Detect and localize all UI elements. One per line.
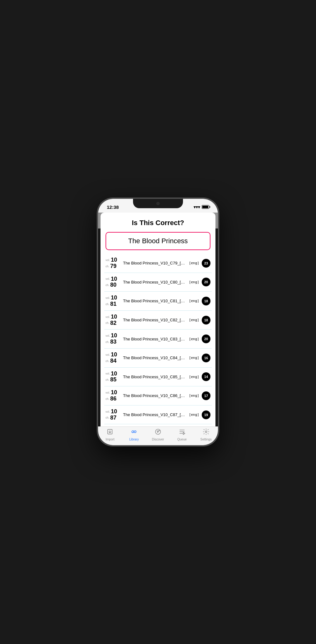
tab-bar: Import Library Discover Queue <box>98 426 218 445</box>
chapter-row[interactable]: vol. 10 ch. 84 The Blood Princess_V10_C8… <box>104 349 212 368</box>
ch-label: ch. <box>106 340 109 344</box>
tab-discover[interactable]: Discover <box>146 428 170 441</box>
vol-num: 10 <box>111 257 117 263</box>
battery-icon <box>202 205 209 209</box>
ch-label: ch. <box>106 378 109 381</box>
vol-label: vol. <box>106 353 110 356</box>
chapter-row[interactable]: vol. 10 ch. 85 The Blood Princess_V10_C8… <box>104 368 212 387</box>
chapter-filename: The Blood Princess_V10_C82_[Unknown]_I..… <box>123 318 186 322</box>
queue-tab-label: Queue <box>177 438 187 441</box>
notch <box>133 199 183 208</box>
lang-badge: [eng] <box>189 337 199 341</box>
vol-label: vol. <box>106 391 110 394</box>
ch-num: 80 <box>110 282 116 288</box>
chapter-filename: The Blood Princess_V10_C87_[Unknown]_I..… <box>123 412 186 417</box>
ch-num: 86 <box>110 396 116 402</box>
vol-label: vol. <box>106 296 110 299</box>
page-count-badge: 18 <box>202 316 210 325</box>
ch-label: ch. <box>106 284 109 287</box>
library-tab-icon <box>131 428 137 437</box>
vol-ch-info: vol. 10 ch. 79 <box>106 257 122 269</box>
chapter-row[interactable]: vol. 10 ch. 86 The Blood Princess_V10_C8… <box>104 386 212 405</box>
lang-badge: [eng] <box>189 280 199 284</box>
page-count-badge: 16 <box>202 354 210 362</box>
page-count-badge: 20 <box>202 278 210 286</box>
ch-label: ch. <box>106 360 109 363</box>
tab-settings[interactable]: Settings <box>194 428 218 441</box>
svg-point-3 <box>132 431 134 433</box>
vol-ch-info: vol. 10 ch. 82 <box>106 314 122 326</box>
ch-num: 79 <box>110 263 116 269</box>
ch-label: ch. <box>106 397 109 400</box>
vol-ch-info: vol. 10 ch. 87 <box>106 409 122 421</box>
lang-badge: [eng] <box>189 261 199 265</box>
status-time: 12:38 <box>107 204 119 210</box>
page-count-badge: 19 <box>202 410 210 419</box>
status-icons: ▾▾▾ <box>194 205 209 209</box>
vol-num: 10 <box>111 314 117 320</box>
phone-screen: 12:38 ▾▾▾ A Library <box>98 199 218 445</box>
vol-num: 10 <box>111 333 117 339</box>
tab-queue[interactable]: Queue <box>170 428 194 441</box>
vol-ch-info: vol. 10 ch. 85 <box>106 371 122 383</box>
chapter-row[interactable]: vol. 10 ch. 82 The Blood Princess_V10_C8… <box>104 311 212 330</box>
import-tab-icon <box>106 428 113 437</box>
modal-background: Is This Correct? The Blood Princess vol.… <box>98 213 218 426</box>
chapter-filename: The Blood Princess_V10_C86_[Unknown]_I..… <box>123 393 186 398</box>
settings-tab-icon <box>203 428 210 437</box>
tab-import[interactable]: Import <box>98 428 122 441</box>
chapter-list: vol. 10 ch. 79 The Blood Princess_V10_C7… <box>101 254 215 424</box>
page-count-badge: 14 <box>202 372 210 381</box>
lang-badge: [eng] <box>189 413 199 417</box>
vol-ch-info: vol. 10 ch. 83 <box>106 333 122 345</box>
ch-num: 82 <box>110 320 116 326</box>
library-tab-label: Library <box>129 438 139 441</box>
vol-num: 10 <box>111 276 117 282</box>
chapter-filename: The Blood Princess_V10_C83_[Unknown]_I..… <box>123 337 186 341</box>
chapter-row[interactable]: vol. 10 ch. 80 The Blood Princess_V10_C8… <box>104 273 212 292</box>
screen-content: Is This Correct? The Blood Princess vol.… <box>98 213 218 426</box>
chapter-row[interactable]: vol. 10 ch. 81 The Blood Princess_V10_C8… <box>104 292 212 311</box>
ch-label: ch. <box>106 265 109 268</box>
phone-frame: 12:38 ▾▾▾ A Library <box>97 198 219 446</box>
chapter-filename: The Blood Princess_V10_C81_[Unknown]_I..… <box>123 299 186 303</box>
tab-library[interactable]: Library <box>122 428 146 441</box>
vol-label: vol. <box>106 372 110 375</box>
ch-label: ch. <box>106 303 109 306</box>
series-name-box[interactable]: The Blood Princess <box>106 232 210 250</box>
vol-ch-info: vol. 10 ch. 84 <box>106 352 122 364</box>
ch-num: 83 <box>110 339 116 345</box>
svg-marker-5 <box>183 432 185 435</box>
chapter-filename: The Blood Princess_V10_C79_[Unknown]_I..… <box>123 261 186 265</box>
vol-ch-info: vol. 10 ch. 86 <box>106 390 122 402</box>
chapter-row[interactable]: vol. 10 ch. 79 The Blood Princess_V10_C7… <box>104 254 212 273</box>
vol-num: 10 <box>111 409 117 415</box>
ch-num: 87 <box>110 415 116 421</box>
discover-tab-icon <box>155 428 161 437</box>
series-name-text: The Blood Princess <box>128 237 188 245</box>
vol-label: vol. <box>106 410 110 413</box>
import-tab-label: Import <box>106 438 114 441</box>
vol-num: 10 <box>111 352 117 358</box>
vol-label: vol. <box>106 277 110 280</box>
chapter-filename: The Blood Princess_V10_C85_[Unknown]_I..… <box>123 375 186 379</box>
lang-badge: [eng] <box>189 318 199 322</box>
svg-point-6 <box>205 431 207 433</box>
page-count-badge: 20 <box>202 335 210 343</box>
chapter-row[interactable]: vol. 10 ch. 83 The Blood Princess_V10_C8… <box>104 330 212 349</box>
vol-ch-info: vol. 10 ch. 81 <box>106 295 122 307</box>
ch-num: 84 <box>110 358 116 364</box>
vol-num: 10 <box>111 295 117 301</box>
lang-badge: [eng] <box>189 394 199 398</box>
vol-label: vol. <box>106 259 110 262</box>
chapter-row[interactable]: vol. 10 ch. 87 The Blood Princess_V10_C8… <box>104 405 212 425</box>
vol-ch-info: vol. 10 ch. 80 <box>106 276 122 289</box>
queue-tab-icon <box>179 428 185 437</box>
page-count-badge: 18 <box>202 297 210 305</box>
discover-tab-label: Discover <box>152 438 164 441</box>
chapter-filename: The Blood Princess_V10_C80_[Unknown]_I..… <box>123 280 186 284</box>
svg-point-4 <box>134 431 136 433</box>
ch-num: 81 <box>110 301 116 307</box>
ch-num: 85 <box>110 377 116 383</box>
page-count-badge: 23 <box>202 259 210 268</box>
